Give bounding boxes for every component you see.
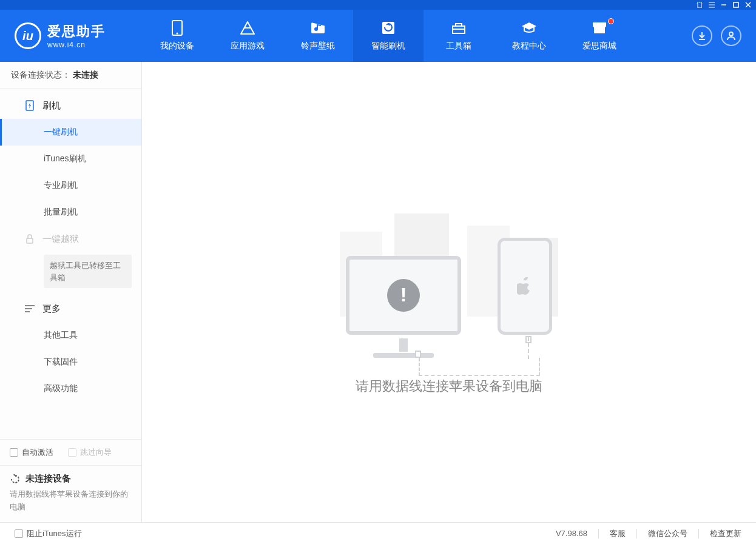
jailbreak-note: 越狱工具已转移至工具箱 — [44, 255, 132, 288]
nav-my-device[interactable]: 我的设备 — [142, 10, 212, 62]
toolbox-icon — [450, 20, 467, 36]
checkbox-auto-activate[interactable]: 自动激活 — [10, 447, 53, 458]
device-title: 未连接设备 — [25, 473, 71, 485]
main-message: 请用数据线连接苹果设备到电脑 — [356, 377, 542, 395]
svg-rect-2 — [734, 2, 738, 7]
main-nav: 我的设备 应用游戏 铃声壁纸 智能刷机 工具箱 — [142, 10, 671, 62]
nav-shop[interactable]: 爱思商城 — [564, 10, 635, 62]
wechat-link[interactable]: 微信公众号 — [648, 528, 687, 539]
maximize-button[interactable] — [731, 1, 741, 9]
sidebar-item-pro-flash[interactable]: 专业刷机 — [0, 172, 141, 199]
section-jailbreak: 一键越狱 — [0, 226, 141, 252]
nav-tutorials[interactable]: 教程中心 — [494, 10, 564, 62]
header: iu 爱思助手 www.i4.cn 我的设备 应用游戏 铃声壁纸 — [0, 10, 756, 62]
version-label: V7.98.68 — [556, 529, 587, 538]
svg-point-8 — [729, 32, 733, 36]
support-link[interactable]: 客服 — [610, 528, 626, 539]
close-button[interactable] — [743, 1, 754, 9]
main-content: ! 请用数据线连接苹果设备到电脑 — [142, 62, 756, 522]
titlebar-list-icon[interactable] — [706, 1, 717, 9]
connection-value: 未连接 — [73, 70, 98, 81]
download-button[interactable] — [692, 25, 712, 46]
svg-point-4 — [177, 33, 178, 35]
minimize-button[interactable] — [718, 1, 729, 9]
flash-icon — [381, 20, 396, 36]
sidebar-item-batch-flash[interactable]: 批量刷机 — [0, 199, 141, 226]
app-name: 爱思助手 — [47, 22, 106, 41]
sidebar-item-advanced[interactable]: 高级功能 — [0, 375, 141, 402]
checkbox-icon — [15, 529, 23, 538]
checkbox-icon — [68, 448, 76, 457]
more-icon — [24, 305, 35, 312]
section-more[interactable]: 更多 — [0, 295, 141, 322]
shop-badge — [608, 18, 614, 24]
account-button[interactable] — [721, 25, 741, 46]
monitor-icon: ! — [346, 256, 461, 335]
sidebar-item-one-key-flash[interactable]: 一键刷机 — [0, 119, 141, 146]
sidebar-item-other-tools[interactable]: 其他工具 — [0, 322, 141, 349]
sidebar: 设备连接状态： 未连接 刷机 一键刷机 iTunes刷机 专业刷机 批量刷机 — [0, 62, 142, 522]
nav-flash[interactable]: 智能刷机 — [353, 10, 424, 62]
sidebar-device-status: 未连接设备 请用数据线将苹果设备连接到你的电脑 — [0, 465, 141, 522]
nav-ringtones[interactable]: 铃声壁纸 — [283, 10, 353, 62]
titlebar-shirt-icon[interactable] — [694, 1, 705, 9]
check-update-link[interactable]: 检查更新 — [710, 528, 741, 539]
ringtone-icon — [310, 20, 326, 36]
refresh-icon[interactable] — [10, 474, 21, 485]
flash-section-icon — [24, 100, 35, 111]
alert-icon: ! — [387, 279, 420, 312]
nav-apps[interactable]: 应用游戏 — [212, 10, 283, 62]
connection-status: 设备连接状态： 未连接 — [0, 62, 141, 89]
checkbox-skip-guide: 跳过向导 — [68, 447, 112, 458]
sidebar-item-itunes-flash[interactable]: iTunes刷机 — [0, 146, 141, 172]
svg-rect-10 — [27, 238, 33, 243]
device-icon — [172, 20, 183, 36]
lock-icon — [24, 234, 35, 244]
sidebar-item-download-firmware[interactable]: 下载固件 — [0, 349, 141, 375]
checkbox-icon — [10, 448, 18, 457]
sidebar-options: 自动激活 跳过向导 — [0, 439, 141, 465]
logo[interactable]: iu 爱思助手 www.i4.cn — [0, 22, 142, 49]
checkbox-block-itunes[interactable]: 阻止iTunes运行 — [15, 528, 82, 539]
nav-toolbox[interactable]: 工具箱 — [424, 10, 494, 62]
app-url: www.i4.cn — [47, 41, 106, 49]
titlebar — [0, 0, 756, 10]
section-flash[interactable]: 刷机 — [0, 92, 141, 119]
apps-icon — [240, 20, 255, 36]
shop-icon — [592, 20, 607, 36]
sidebar-menu: 刷机 一键刷机 iTunes刷机 专业刷机 批量刷机 一键越狱 越狱工具已转移至… — [0, 89, 141, 439]
apple-icon — [517, 277, 533, 295]
logo-icon: iu — [15, 22, 41, 49]
phone-icon — [498, 238, 552, 335]
connect-illustration: ! — [328, 189, 570, 359]
device-message: 请用数据线将苹果设备连接到你的电脑 — [10, 488, 132, 514]
footer: 阻止iTunes运行 V7.98.68 客服 微信公众号 检查更新 — [0, 522, 756, 544]
tutorial-icon — [521, 20, 538, 36]
